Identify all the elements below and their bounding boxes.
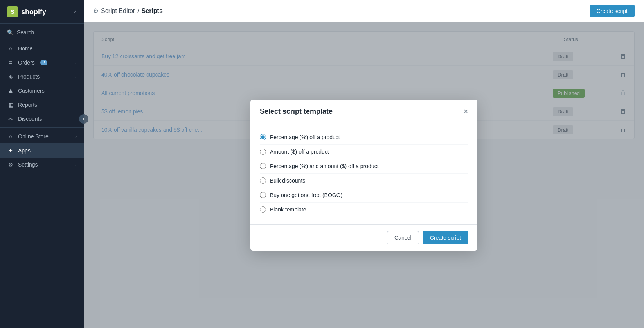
sidebar-item-label: Orders (18, 59, 35, 66)
sidebar-item-online-store[interactable]: ⌂ Online Store › (0, 129, 84, 143)
sidebar: S shopify ↗ 🔍 Home Search ⌂ Home ≡ Order… (0, 0, 84, 328)
sidebar-logo[interactable]: S shopify ↗ (0, 0, 84, 24)
main-content: ⚙ Script Editor / Scripts Create script … (84, 0, 644, 328)
sidebar-item-products[interactable]: ◈ Products › (0, 70, 84, 84)
sidebar-item-label: Settings (18, 161, 38, 168)
radio-input[interactable] (260, 163, 266, 169)
sidebar-item-label: Discounts (18, 116, 42, 122)
radio-option-1[interactable]: Percentage (%) off a product (260, 130, 468, 145)
modal-overlay: Select script template × Percentage (%) … (84, 22, 644, 328)
sidebar-item-customers[interactable]: ♟ Customers (0, 84, 84, 98)
sidebar-item-apps[interactable]: ✦ Apps (0, 143, 84, 158)
sidebar-item-label: Customers (18, 88, 45, 94)
reports-icon: ▦ (7, 102, 14, 108)
home-icon: ⌂ (7, 45, 14, 52)
chevron-right-icon: › (75, 134, 77, 139)
products-icon: ◈ (7, 73, 14, 80)
sidebar-item-label: Home (18, 45, 32, 52)
radio-option-5[interactable]: Buy one get one free (BOGO) (260, 188, 468, 203)
modal-body: Percentage (%) off a product Amount ($) … (250, 122, 477, 224)
sidebar-item-label: Online Store (18, 133, 49, 140)
radio-option-6[interactable]: Blank template (260, 203, 468, 217)
top-bar: ⚙ Script Editor / Scripts Create script (84, 0, 644, 22)
radio-label[interactable]: Buy one get one free (BOGO) (270, 192, 342, 198)
sidebar-item-orders[interactable]: ≡ Orders 2 › (0, 56, 84, 70)
orders-badge: 2 (40, 60, 47, 65)
sidebar-item-label: Reports (18, 102, 37, 108)
radio-option-3[interactable]: Percentage (%) and amount ($) off a prod… (260, 159, 468, 174)
radio-label[interactable]: Amount ($) off a product (270, 149, 329, 155)
radio-input[interactable] (260, 149, 266, 155)
orders-icon: ≡ (7, 59, 14, 66)
radio-input[interactable] (260, 134, 266, 140)
sidebar-item-label: Products (18, 73, 40, 80)
chevron-right-icon: › (75, 74, 77, 79)
radio-label[interactable]: Bulk discounts (270, 177, 305, 184)
cancel-button[interactable]: Cancel (387, 231, 419, 244)
online-store-icon: ⌂ (7, 133, 14, 140)
breadcrumb-current: Scripts (142, 7, 163, 14)
create-script-modal-button[interactable]: Create script (423, 231, 468, 244)
chevron-right-icon: › (75, 60, 77, 65)
chevron-right-icon: › (75, 162, 77, 167)
create-script-button[interactable]: Create script (590, 5, 635, 17)
shopify-logo-icon: S (7, 6, 18, 17)
sidebar-item-label: Apps (18, 147, 31, 154)
external-link-icon[interactable]: ↗ (73, 9, 77, 14)
modal-title: Select script template (260, 108, 333, 116)
page-content: Script Status Buy 12 croissants and get … (84, 22, 644, 328)
sidebar-item-discounts[interactable]: ✂ Discounts ‹ (0, 112, 84, 126)
settings-icon: ⚙ (7, 161, 14, 168)
radio-label[interactable]: Percentage (%) off a product (270, 134, 340, 140)
radio-input[interactable] (260, 192, 266, 198)
sidebar-item-settings[interactable]: ⚙ Settings › (0, 158, 84, 172)
radio-label[interactable]: Blank template (270, 206, 306, 213)
breadcrumb: ⚙ Script Editor / Scripts (93, 7, 163, 14)
shopify-logo-text: shopify (21, 8, 46, 16)
radio-option-2[interactable]: Amount ($) off a product (260, 145, 468, 159)
apps-icon: ✦ (7, 147, 14, 154)
modal-footer: Cancel Create script (250, 224, 477, 251)
radio-label[interactable]: Percentage (%) and amount ($) off a prod… (270, 163, 379, 169)
discounts-icon: ✂ (7, 116, 14, 122)
modal-close-button[interactable]: × (464, 108, 468, 115)
modal-header: Select script template × (250, 100, 477, 122)
search-icon: 🔍 (7, 29, 14, 36)
sidebar-item-reports[interactable]: ▦ Reports (0, 98, 84, 112)
breadcrumb-separator: / (137, 7, 139, 14)
radio-option-4[interactable]: Bulk discounts (260, 174, 468, 188)
script-template-modal: Select script template × Percentage (%) … (250, 100, 477, 251)
sidebar-nav: ⌂ Home ≡ Orders 2 › ◈ Products › ♟ Custo… (0, 41, 84, 328)
customers-icon: ♟ (7, 88, 14, 94)
radio-input[interactable] (260, 177, 266, 184)
radio-input[interactable] (260, 206, 266, 213)
search-text: Search (17, 29, 34, 36)
sidebar-item-home[interactable]: ⌂ Home (0, 41, 84, 56)
gear-icon: ⚙ (93, 7, 99, 14)
sidebar-search[interactable]: 🔍 Home Search (0, 24, 84, 41)
breadcrumb-parent[interactable]: Script Editor (101, 7, 135, 14)
